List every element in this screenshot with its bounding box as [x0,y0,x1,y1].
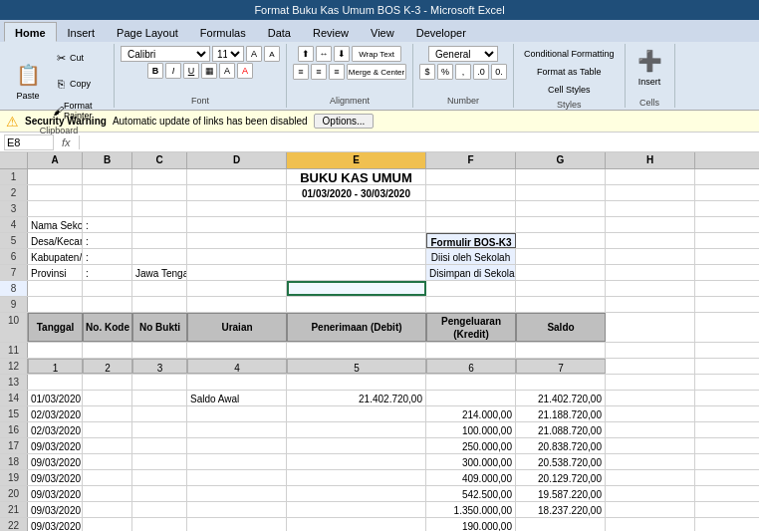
cell-c13[interactable] [132,375,187,390]
col-header-f[interactable]: F [426,152,516,168]
cell-d18[interactable] [187,454,287,469]
cell-g15[interactable]: 21.188.720,00 [516,406,606,421]
cell-a6[interactable]: Kabupaten/Kota [28,249,83,264]
cell-a9[interactable] [28,297,83,312]
cell-c11[interactable] [132,343,187,358]
cell-c15[interactable] [132,406,187,421]
cell-c12[interactable]: 3 [132,359,187,374]
cell-c4[interactable] [132,217,187,232]
cell-f17[interactable]: 250.000,00 [426,438,516,453]
cell-c21[interactable] [132,502,187,517]
align-center-button[interactable]: ≡ [311,64,327,80]
cell-d1[interactable] [187,169,287,184]
cell-c8[interactable] [132,281,187,296]
cell-b14[interactable] [83,391,132,405]
cell-h2[interactable] [606,185,695,200]
cell-f7[interactable]: Disimpan di Sekolah [426,265,516,280]
cell-f15[interactable]: 214.000,00 [426,406,516,421]
cell-b21[interactable] [83,502,132,517]
align-left-button[interactable]: ≡ [293,64,309,80]
cell-g13[interactable] [516,375,606,390]
underline-button[interactable]: U [183,63,199,79]
italic-button[interactable]: I [165,63,181,79]
wrap-text-button[interactable]: Wrap Text [352,46,401,62]
cell-g17[interactable]: 20.838.720,00 [516,438,606,453]
cell-c1[interactable] [132,169,187,184]
fill-color-button[interactable]: A [219,63,235,79]
decrease-decimal-button[interactable]: 0. [491,64,507,80]
cell-d11[interactable] [187,343,287,358]
cell-d8[interactable] [187,281,287,296]
cell-g22[interactable] [516,518,606,531]
cell-c3[interactable] [132,201,187,216]
cell-e12[interactable]: 5 [287,359,426,374]
cell-b8[interactable] [83,281,132,296]
cell-e11[interactable] [287,343,426,358]
col-header-d[interactable]: D [187,152,287,168]
cell-e2[interactable]: 01/03/2020 - 30/03/2020 [287,185,426,200]
font-shrink-button[interactable]: A [264,46,280,62]
cell-d13[interactable] [187,375,287,390]
cell-a12[interactable]: 1 [28,359,83,374]
cell-a18[interactable]: 09/03/2020 [28,454,83,469]
cell-a19[interactable]: 09/03/2020 [28,470,83,485]
cell-a20[interactable]: 09/03/2020 [28,486,83,501]
cell-d14[interactable]: Saldo Awal [187,391,287,405]
cell-h9[interactable] [606,297,695,312]
cell-styles-button[interactable]: Cell Styles [544,82,595,98]
cell-f8[interactable] [426,281,516,296]
cell-f16[interactable]: 100.000,00 [426,422,516,437]
cell-b2[interactable] [83,185,132,200]
cell-h16[interactable] [606,422,695,437]
cell-a11[interactable] [28,343,83,358]
conditional-formatting-button[interactable]: Conditional Formatting [520,46,619,62]
col-header-h[interactable]: H [606,152,695,168]
cell-h19[interactable] [606,470,695,485]
align-bottom-button[interactable]: ⬇ [334,46,350,62]
cell-h22[interactable] [606,518,695,531]
tab-developer[interactable]: Developer [405,22,477,42]
cell-d2[interactable] [187,185,287,200]
font-grow-button[interactable]: A [246,46,262,62]
cell-e15[interactable] [287,406,426,421]
cell-h21[interactable] [606,502,695,517]
font-size-select[interactable]: 11 [212,46,244,62]
cell-f10[interactable]: Pengeluaran (Kredit) [426,313,516,342]
cell-f4[interactable] [426,217,516,232]
insert-button[interactable]: ➕ Insert [632,46,667,96]
cell-h8[interactable] [606,281,695,296]
cell-e7[interactable] [287,265,426,280]
cell-d15[interactable] [187,406,287,421]
cell-b16[interactable] [83,422,132,437]
cell-h5[interactable] [606,233,695,248]
cell-b1[interactable] [83,169,132,184]
cell-h10[interactable] [606,313,695,342]
cell-a5[interactable]: Desa/Kecamatan [28,233,83,248]
cell-a8[interactable] [28,281,83,296]
cell-b17[interactable] [83,438,132,453]
tab-formulas[interactable]: Formulas [189,22,257,42]
align-top-button[interactable]: ⬆ [298,46,314,62]
cell-f9[interactable] [426,297,516,312]
cell-b6[interactable]: : [83,249,132,264]
cell-g19[interactable]: 20.129.720,00 [516,470,606,485]
format-as-table-button[interactable]: Format as Table [533,64,605,80]
cell-c5[interactable] [132,233,187,248]
cell-c9[interactable] [132,297,187,312]
cell-f19[interactable]: 409.000,00 [426,470,516,485]
cell-e21[interactable] [287,502,426,517]
cell-f1[interactable] [426,169,516,184]
cell-g4[interactable] [516,217,606,232]
cell-e9[interactable] [287,297,426,312]
cell-c6[interactable] [132,249,187,264]
cell-g11[interactable] [516,343,606,358]
cell-h13[interactable] [606,375,695,390]
increase-decimal-button[interactable]: .0 [473,64,489,80]
cell-g16[interactable]: 21.088.720,00 [516,422,606,437]
number-format-select[interactable]: General [428,46,498,62]
cell-g14[interactable]: 21.402.720,00 [516,391,606,405]
cell-reference-input[interactable] [4,134,54,150]
cell-h3[interactable] [606,201,695,216]
cell-d4[interactable] [187,217,287,232]
cell-b7[interactable]: : [83,265,132,280]
